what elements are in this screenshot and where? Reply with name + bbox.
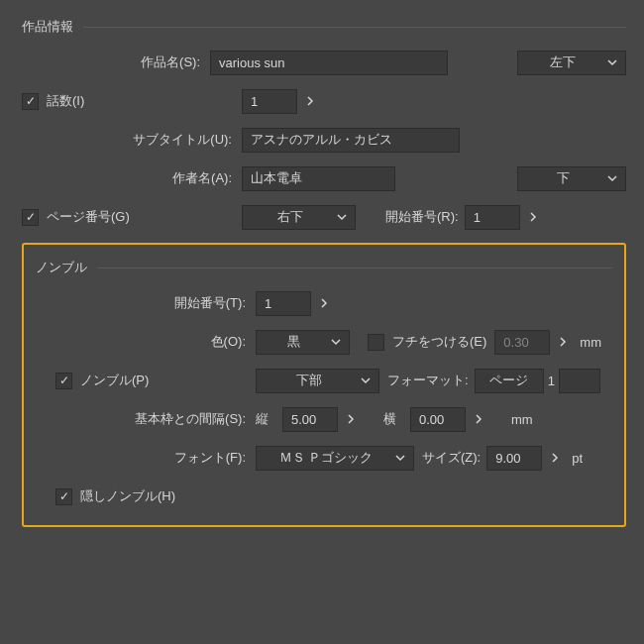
label-gap-v: 縦 xyxy=(256,410,268,428)
label-gap: 基本枠との間隔(S): xyxy=(36,410,256,428)
stepper-gap-h[interactable] xyxy=(474,414,487,424)
chevron-down-icon xyxy=(331,335,341,350)
stepper-gap-v[interactable] xyxy=(346,414,360,424)
unit-mm: mm xyxy=(511,412,533,427)
label-nombre-checkbox: ノンブル(P) xyxy=(80,372,149,389)
input-gap-v[interactable] xyxy=(282,407,338,432)
section-title-nombre: ノンブル xyxy=(36,259,87,276)
unit-pt: pt xyxy=(572,451,583,466)
label-nombre-start: 開始番号(T): xyxy=(36,294,256,312)
chevron-down-icon xyxy=(607,171,617,186)
dropdown-page-number-position-text: 右下 xyxy=(251,208,329,226)
dropdown-nombre-position[interactable]: 下部 xyxy=(256,369,379,393)
checkbox-episode[interactable]: 話数(I) xyxy=(22,92,84,110)
label-format-suffix: 1 xyxy=(548,374,555,388)
input-start-number[interactable] xyxy=(465,205,520,230)
dropdown-format[interactable]: ページ xyxy=(475,369,544,393)
label-work-name: 作品名(S): xyxy=(22,54,210,71)
input-episode-number[interactable] xyxy=(242,89,297,114)
dropdown-author-position-text: 下 xyxy=(526,169,599,187)
dropdown-work-name-position-text: 左下 xyxy=(526,54,599,71)
dropdown-page-number-position[interactable]: 右下 xyxy=(242,205,356,230)
checkbox-page-number[interactable]: ページ番号(G) xyxy=(22,208,130,226)
dropdown-color-text: 黒 xyxy=(265,333,323,351)
section-title-work-info: 作品情報 xyxy=(22,18,73,36)
check-icon xyxy=(55,488,72,505)
check-icon xyxy=(22,93,39,110)
chevron-down-icon xyxy=(337,210,347,225)
input-subtitle[interactable] xyxy=(242,128,460,153)
label-color: 色(O): xyxy=(36,333,256,351)
dropdown-work-name-position[interactable]: 左下 xyxy=(517,51,626,75)
checkbox-hidden-nombre[interactable]: 隠しノンブル(H) xyxy=(55,487,175,505)
stepper-episode[interactable] xyxy=(305,96,319,106)
label-border: フチをつける(E) xyxy=(392,333,486,351)
checkbox-nombre[interactable]: ノンブル(P) xyxy=(55,372,149,389)
input-gap-h[interactable] xyxy=(410,407,466,432)
stepper-start-number[interactable] xyxy=(528,212,542,222)
divider xyxy=(97,268,612,268)
label-episode: 話数(I) xyxy=(47,92,84,110)
unit-mm: mm xyxy=(580,335,601,350)
label-gap-h: 横 xyxy=(383,410,396,428)
label-hidden-nombre: 隠しノンブル(H) xyxy=(80,487,175,505)
section-work-info: 作品情報 作品名(S): 左下 話数(I) xyxy=(22,18,626,230)
chevron-down-icon xyxy=(395,451,405,466)
chevron-down-icon xyxy=(607,55,617,70)
input-author[interactable] xyxy=(242,166,395,191)
dropdown-font-text: ＭＳ Ｐゴシック xyxy=(265,449,387,467)
label-page-number: ページ番号(G) xyxy=(47,208,130,226)
check-icon xyxy=(22,209,39,226)
section-nombre: ノンブル 開始番号(T): 色(O): 黒 フチをつける(E) xyxy=(36,259,612,509)
chevron-down-icon xyxy=(361,374,371,388)
divider xyxy=(83,27,626,28)
input-font-size[interactable] xyxy=(486,446,542,471)
stepper-border-width[interactable] xyxy=(558,337,572,347)
check-icon xyxy=(55,373,72,389)
dropdown-format-text: ページ xyxy=(483,372,535,389)
checkbox-empty-icon xyxy=(368,334,384,351)
highlight-nombre-section: ノンブル 開始番号(T): 色(O): 黒 フチをつける(E) xyxy=(22,243,626,527)
input-work-name[interactable] xyxy=(210,51,448,75)
dropdown-font[interactable]: ＭＳ Ｐゴシック xyxy=(256,446,414,471)
stepper-nombre-start[interactable] xyxy=(319,298,333,308)
label-author: 作者名(A): xyxy=(22,169,242,187)
input-nombre-start[interactable] xyxy=(256,291,311,316)
input-format-extra[interactable] xyxy=(559,369,600,393)
label-font: フォント(F): xyxy=(36,449,256,467)
label-start-number: 開始番号(R): xyxy=(385,208,459,226)
dropdown-author-position[interactable]: 下 xyxy=(517,166,626,191)
stepper-font-size[interactable] xyxy=(550,453,564,463)
label-subtitle: サブタイトル(U): xyxy=(22,131,242,149)
label-format: フォーマット: xyxy=(387,372,469,389)
label-font-size: サイズ(Z): xyxy=(422,449,481,467)
dropdown-nombre-position-text: 下部 xyxy=(265,372,353,389)
input-border-width[interactable] xyxy=(494,330,550,355)
checkbox-border[interactable]: フチをつける(E) xyxy=(368,333,486,351)
dropdown-color[interactable]: 黒 xyxy=(256,330,350,355)
